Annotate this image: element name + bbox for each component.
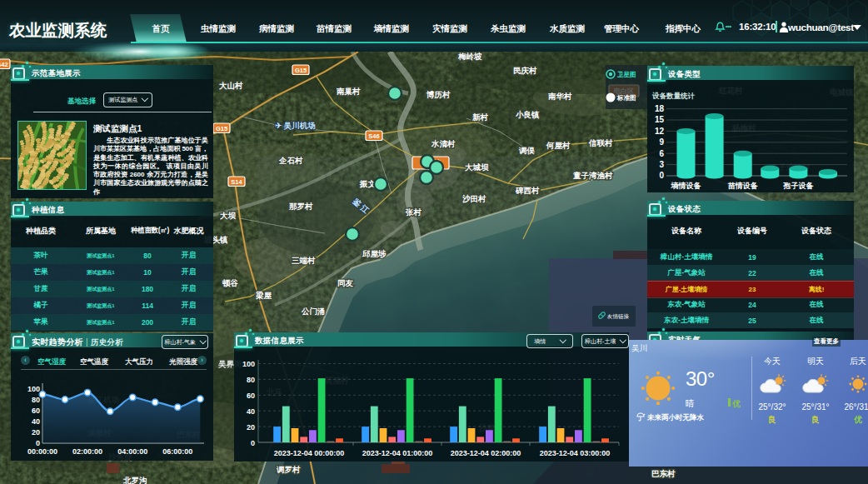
svg-text:02:00:00: 02:00:00: [72, 447, 102, 456]
svg-text:公门涌: 公门涌: [301, 307, 326, 316]
svg-text:小良镇: 小良镇: [515, 110, 540, 119]
svg-text:2023-12-04 01:00:00: 2023-12-04 01:00:00: [362, 449, 433, 457]
svg-text:3: 3: [659, 160, 664, 169]
svg-text:S42: S42: [0, 61, 8, 68]
svg-text:80: 80: [247, 376, 255, 384]
svg-text:梅岭坡: 梅岭坡: [457, 52, 482, 61]
svg-text:20: 20: [247, 423, 255, 432]
svg-text:新村: 新村: [472, 112, 489, 122]
svg-text:00:00:00: 00:00:00: [27, 447, 57, 456]
svg-text:06:00:00: 06:00:00: [162, 447, 192, 456]
svg-text:0: 0: [251, 439, 255, 447]
svg-text:2023-12-04 03:00:00: 2023-12-04 03:00:00: [540, 449, 611, 457]
svg-text:巴东村: 巴东村: [651, 469, 676, 478]
svg-text:孢子设备: 孢子设备: [782, 182, 814, 190]
svg-text:企石村: 企石村: [278, 156, 303, 165]
svg-text:调俣: 调俣: [518, 146, 536, 155]
svg-text:40: 40: [32, 417, 40, 426]
svg-text:18: 18: [655, 104, 665, 113]
svg-text:S46: S46: [368, 132, 379, 140]
svg-text:沙田村: 沙田村: [462, 194, 486, 203]
svg-text:0: 0: [659, 171, 664, 180]
svg-text:何屋村: 何屋村: [546, 141, 571, 150]
svg-text:12: 12: [655, 127, 665, 136]
svg-text:同友: 同友: [337, 278, 354, 287]
svg-text:苗情设备: 苗情设备: [727, 182, 759, 190]
svg-text:南巢村: 南巢村: [337, 87, 361, 96]
svg-text:60: 60: [32, 407, 40, 415]
svg-text:北罗沟: 北罗沟: [122, 476, 147, 484]
svg-text:大城坝: 大城坝: [465, 162, 489, 172]
svg-text:碑西村: 碑西村: [515, 186, 540, 195]
svg-text:顿谷: 顿谷: [222, 278, 239, 287]
svg-text:9: 9: [659, 137, 664, 147]
svg-text:调罗村: 调罗村: [276, 465, 301, 474]
svg-text:那罗村: 那罗村: [288, 202, 313, 211]
svg-text:民庆村: 民庆村: [513, 66, 537, 75]
svg-text:水清村: 水清村: [431, 139, 456, 148]
svg-text:信联村: 信联村: [588, 138, 613, 147]
svg-text:墒情设备: 墒情设备: [671, 182, 702, 190]
svg-text:童子湾渔村: 童子湾渔村: [572, 171, 613, 180]
svg-text:2023-12-04 00:00:00: 2023-12-04 00:00:00: [274, 449, 345, 457]
svg-text:卫星图: 卫星图: [616, 71, 636, 78]
svg-text:G15: G15: [216, 125, 227, 132]
svg-text:大坝: 大坝: [220, 211, 237, 220]
svg-text:G15: G15: [295, 67, 307, 74]
svg-text:大山村: 大山村: [219, 81, 243, 90]
svg-text:100: 100: [242, 360, 255, 368]
svg-text:15: 15: [655, 115, 665, 124]
svg-text:04:00:00: 04:00:00: [117, 447, 147, 456]
svg-text:友情链接: 友情链接: [607, 313, 630, 320]
svg-text:60: 60: [247, 392, 255, 400]
svg-text:40: 40: [247, 407, 255, 416]
svg-text:博历村: 博历村: [426, 90, 451, 99]
svg-text:6: 6: [659, 149, 664, 158]
svg-text:三端村: 三端村: [292, 256, 316, 265]
svg-text:20: 20: [32, 428, 40, 437]
svg-text:80: 80: [32, 396, 40, 404]
svg-text:S14: S14: [231, 178, 242, 186]
svg-text:南华村: 南华村: [548, 92, 572, 101]
svg-text:标准图: 标准图: [616, 94, 636, 102]
svg-text:梁屋: 梁屋: [255, 291, 272, 300]
svg-text:2023-12-04 02:00:00: 2023-12-04 02:00:00: [451, 449, 521, 457]
svg-text:张村: 张村: [405, 207, 422, 217]
svg-text:邱屋埗: 邱屋埗: [362, 249, 387, 258]
svg-text:✈ 吴川机场: ✈ 吴川机场: [275, 121, 316, 130]
svg-text:0: 0: [36, 439, 40, 447]
svg-text:100: 100: [27, 385, 40, 393]
